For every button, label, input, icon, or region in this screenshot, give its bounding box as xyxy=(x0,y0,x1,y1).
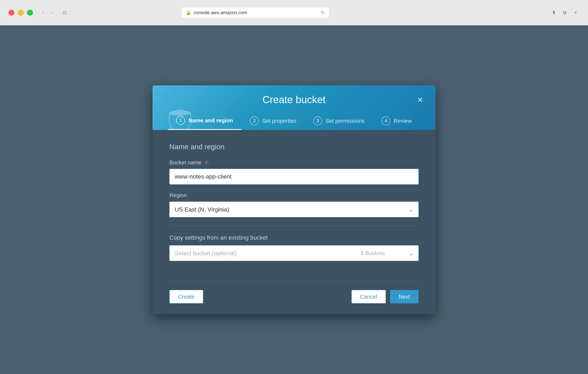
duplicate-button[interactable]: ⧉ xyxy=(561,9,568,16)
forward-button[interactable]: › xyxy=(49,9,56,16)
bucket-name-input[interactable] xyxy=(169,169,419,184)
modal-body: Name and region Bucket name i Region US … xyxy=(152,130,436,281)
step-4-circle: 4 xyxy=(381,117,390,125)
reload-icon[interactable]: ↻ xyxy=(321,10,325,15)
step-1-circle: 1 xyxy=(176,116,185,125)
region-select[interactable]: US East (N. Virginia) US West (Oregon) E… xyxy=(169,202,419,217)
footer-right-buttons: Cancel Next xyxy=(351,290,419,303)
modal-footer: Create Cancel Next xyxy=(152,281,436,314)
bucket-name-label: Bucket name i xyxy=(169,159,419,166)
modal-close-button[interactable]: × xyxy=(417,95,423,104)
bucket-name-group: Bucket name i xyxy=(169,159,419,184)
footer-buttons: Create Cancel Next xyxy=(169,290,419,303)
url-bar: 🔒 console.aws.amazon.com ↻ xyxy=(181,7,329,18)
section-title: Name and region xyxy=(169,143,419,151)
close-button[interactable] xyxy=(9,10,14,16)
back-button[interactable]: ‹ xyxy=(39,9,47,16)
region-label: Region xyxy=(169,192,419,199)
modal-header: Create bucket × 1 Name and region 2 Set … xyxy=(152,85,436,130)
copy-settings-group: Copy settings from an existing bucket Se… xyxy=(169,234,419,261)
copy-settings-select-wrapper: Select bucket (optional) 5 Buckets ⌄ xyxy=(169,245,419,261)
next-button[interactable]: Next xyxy=(390,290,419,303)
browser-actions: ⬆ ⧉ + xyxy=(550,9,579,16)
step-2-circle: 2 xyxy=(250,117,259,125)
traffic-lights xyxy=(9,10,33,16)
page-background: Create bucket × 1 Name and region 2 Set … xyxy=(0,25,588,374)
create-bucket-modal: Create bucket × 1 Name and region 2 Set … xyxy=(152,85,436,314)
modal-title: Create bucket xyxy=(262,94,326,106)
wizard-steps: 1 Name and region 2 Set properties 3 Set… xyxy=(165,112,423,130)
region-group: Region US East (N. Virginia) US West (Or… xyxy=(169,192,419,217)
browser-chrome: ‹ › ⊡ 🔒 console.aws.amazon.com ↻ ⬆ ⧉ + xyxy=(0,0,588,25)
step-1-label: Name and region xyxy=(189,117,233,124)
sidebar-button[interactable]: ⊡ xyxy=(60,9,69,16)
modal-title-row: Create bucket × xyxy=(165,94,423,106)
footer-divider xyxy=(169,281,419,281)
share-button[interactable]: ⬆ xyxy=(550,9,557,16)
copy-settings-select[interactable]: Select bucket (optional) xyxy=(169,245,419,261)
step-3[interactable]: 3 Set permissions xyxy=(305,112,373,129)
maximize-button[interactable] xyxy=(27,10,33,16)
create-button[interactable]: Create xyxy=(169,290,203,303)
lock-icon: 🔒 xyxy=(186,10,191,15)
region-select-wrapper: US East (N. Virginia) US West (Oregon) E… xyxy=(169,202,419,217)
step-2[interactable]: 2 Set properties xyxy=(242,112,305,129)
new-tab-button[interactable]: + xyxy=(572,9,579,16)
cancel-button[interactable]: Cancel xyxy=(351,290,386,303)
minimize-button[interactable] xyxy=(18,10,24,16)
section-divider xyxy=(169,226,419,226)
step-4[interactable]: 4 Review xyxy=(373,112,420,129)
nav-buttons: ‹ › xyxy=(39,9,56,16)
step-3-circle: 3 xyxy=(313,117,322,125)
step-1[interactable]: 1 Name and region xyxy=(168,112,242,130)
bucket-name-info-icon[interactable]: i xyxy=(204,160,210,166)
copy-settings-title: Copy settings from an existing bucket xyxy=(169,234,419,241)
step-3-label: Set permissions xyxy=(326,118,365,124)
step-2-label: Set properties xyxy=(262,118,296,124)
step-4-label: Review xyxy=(394,118,412,124)
url-text[interactable]: console.aws.amazon.com xyxy=(194,10,318,15)
